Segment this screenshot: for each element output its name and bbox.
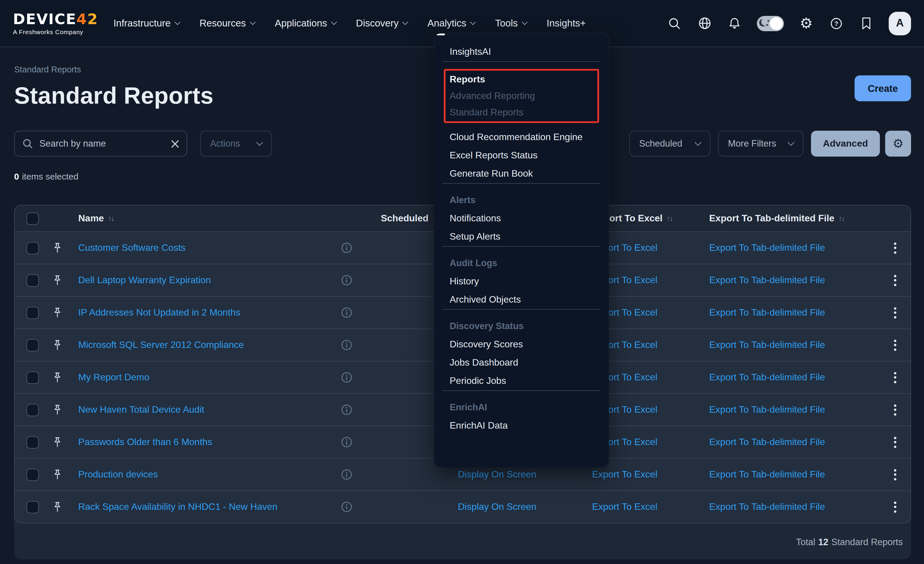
pin-icon[interactable] (53, 242, 62, 254)
export-tab-link[interactable]: Export To Tab-delimited File (709, 243, 879, 253)
table-settings-gear-button[interactable]: ⚙ (885, 131, 911, 157)
row-menu-kebab-icon[interactable] (891, 239, 900, 257)
info-icon[interactable] (340, 403, 353, 416)
nav-item-tools[interactable]: Tools (495, 18, 527, 29)
column-header-scheduled[interactable]: Scheduled (381, 213, 440, 224)
report-name-link[interactable]: New Haven Total Device Audit (62, 405, 330, 415)
menu-item-generate-run-book[interactable]: Generate Run Book (434, 164, 609, 183)
pin-icon[interactable] (53, 436, 62, 448)
nav-item-analytics[interactable]: Analytics (427, 18, 475, 29)
row-checkbox[interactable] (27, 274, 39, 286)
report-name-link[interactable]: My Report Demo (62, 372, 330, 382)
menu-item-insightsai[interactable]: InsightsAI (434, 42, 609, 61)
row-checkbox[interactable] (27, 371, 39, 384)
dark-mode-toggle[interactable] (757, 16, 784, 31)
pin-icon[interactable] (53, 404, 62, 416)
device42-logo[interactable]: DEVICE42 A Freshworks Company (13, 12, 98, 35)
info-icon[interactable] (340, 339, 353, 351)
notifications-bell-icon[interactable] (727, 16, 742, 31)
info-icon[interactable] (340, 371, 353, 384)
menu-item-enrichai-data[interactable]: EnrichAI Data (434, 416, 609, 435)
select-all-checkbox[interactable] (27, 212, 39, 225)
menu-item-archived-objects[interactable]: Archived Objects (434, 290, 609, 309)
row-checkbox[interactable] (27, 242, 39, 254)
row-menu-kebab-icon[interactable] (891, 465, 900, 484)
display-on-screen-link[interactable]: Display On Screen (440, 469, 575, 480)
report-name-link[interactable]: Passwords Older than 6 Months (62, 437, 330, 447)
row-checkbox[interactable] (27, 468, 39, 481)
export-tab-link[interactable]: Export To Tab-delimited File (709, 340, 879, 350)
row-checkbox[interactable] (27, 501, 39, 513)
report-name-link[interactable]: Rack Space Availability in NHDC1 - New H… (62, 502, 330, 512)
export-tab-link[interactable]: Export To Tab-delimited File (709, 308, 879, 318)
export-tab-link[interactable]: Export To Tab-delimited File (709, 405, 879, 415)
export-tab-link[interactable]: Export To Tab-delimited File (709, 469, 879, 480)
nav-item-insights-plus[interactable]: Insights+ (547, 18, 586, 29)
actions-dropdown[interactable]: Actions (200, 131, 272, 157)
report-name-link[interactable]: Customer Software Costs (62, 243, 330, 253)
export-tab-link[interactable]: Export To Tab-delimited File (709, 437, 879, 447)
row-checkbox[interactable] (27, 436, 39, 448)
row-checkbox[interactable] (27, 306, 39, 319)
info-icon[interactable] (340, 468, 353, 481)
row-menu-kebab-icon[interactable] (891, 400, 900, 419)
nav-item-resources[interactable]: Resources (200, 18, 255, 29)
menu-item-cloud-recommendation-engine[interactable]: Cloud Recommendation Engine (434, 128, 609, 146)
display-on-screen-link[interactable]: Display On Screen (440, 502, 575, 512)
report-name-link[interactable]: Microsoft SQL Server 2012 Compliance (62, 340, 330, 350)
export-tab-link[interactable]: Export To Tab-delimited File (709, 502, 879, 512)
search-box[interactable] (14, 131, 187, 157)
export-tab-link[interactable]: Export To Tab-delimited File (709, 372, 879, 382)
nav-item-infrastructure[interactable]: Infrastructure (113, 18, 179, 29)
row-checkbox[interactable] (27, 339, 39, 351)
clear-search-icon[interactable] (171, 139, 180, 148)
menu-item-excel-reports-status[interactable]: Excel Reports Status (434, 146, 609, 164)
advanced-button[interactable]: Advanced (811, 131, 880, 157)
info-icon[interactable] (340, 306, 353, 319)
search-input[interactable] (39, 138, 165, 149)
info-icon[interactable] (340, 500, 353, 513)
settings-gear-icon[interactable]: ⚙ (799, 16, 814, 31)
pin-icon[interactable] (53, 372, 62, 383)
row-menu-kebab-icon[interactable] (891, 271, 900, 290)
menu-item-jobs-dashboard[interactable]: Jobs Dashboard (434, 353, 609, 372)
info-icon[interactable] (340, 436, 353, 448)
export-excel-link[interactable]: Export To Excel (575, 502, 709, 512)
scheduled-filter-dropdown[interactable]: Scheduled (629, 131, 710, 157)
pin-icon[interactable] (53, 274, 62, 286)
menu-item-advanced-reporting[interactable]: Advanced Reporting (446, 88, 597, 104)
nav-item-applications[interactable]: Applications (275, 18, 336, 29)
column-header-export-tab[interactable]: Export To Tab-delimited File (709, 213, 879, 224)
user-avatar[interactable]: A (889, 12, 911, 35)
report-name-link[interactable]: IP Addresses Not Updated in 2 Months (62, 308, 330, 318)
globe-icon[interactable] (697, 16, 712, 31)
report-name-link[interactable]: Production devices (62, 469, 330, 480)
menu-item-standard-reports[interactable]: Standard Reports (446, 104, 597, 121)
menu-item-periodic-jobs[interactable]: Periodic Jobs (434, 372, 609, 390)
search-icon[interactable] (667, 16, 682, 31)
row-menu-kebab-icon[interactable] (891, 303, 900, 322)
bookmark-icon[interactable] (859, 16, 874, 31)
row-menu-kebab-icon[interactable] (891, 498, 900, 516)
column-header-name[interactable]: Name (62, 213, 330, 224)
info-icon[interactable] (340, 274, 353, 287)
report-name-link[interactable]: Dell Laptop Warranty Expiration (62, 275, 330, 285)
row-checkbox[interactable] (27, 404, 39, 416)
info-icon[interactable] (340, 242, 353, 254)
pin-icon[interactable] (53, 469, 62, 480)
menu-item-setup-alerts[interactable]: Setup Alerts (434, 227, 609, 246)
export-tab-link[interactable]: Export To Tab-delimited File (709, 275, 879, 285)
menu-item-history[interactable]: History (434, 272, 609, 290)
pin-icon[interactable] (53, 307, 62, 318)
menu-item-discovery-scores[interactable]: Discovery Scores (434, 335, 609, 353)
nav-item-discovery[interactable]: Discovery (356, 18, 408, 29)
row-menu-kebab-icon[interactable] (891, 433, 900, 451)
pin-icon[interactable] (53, 339, 62, 351)
menu-item-notifications[interactable]: Notifications (434, 209, 609, 227)
breadcrumb[interactable]: Standard Reports (14, 65, 81, 74)
pin-icon[interactable] (53, 501, 62, 513)
help-icon[interactable]: ? (829, 16, 844, 31)
create-button[interactable]: Create (855, 75, 911, 101)
more-filters-dropdown[interactable]: More Filters (718, 131, 803, 157)
export-excel-link[interactable]: Export To Excel (575, 469, 709, 480)
